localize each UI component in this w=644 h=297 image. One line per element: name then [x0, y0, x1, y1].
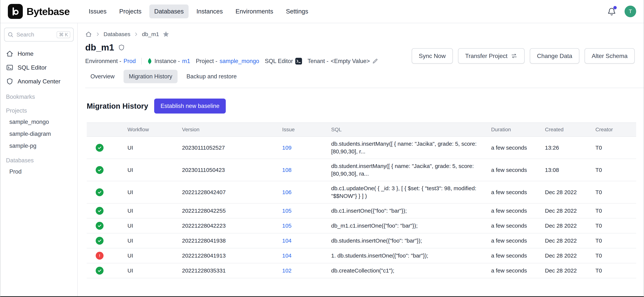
- nav-item-instances[interactable]: Instances: [192, 5, 228, 18]
- tenant-label: Tenant -: [308, 58, 328, 65]
- nav-item-projects[interactable]: Projects: [114, 5, 146, 18]
- brand-name: Bytebase: [26, 6, 70, 17]
- success-check-icon: [96, 237, 104, 245]
- breadcrumb-databases[interactable]: Databases: [104, 31, 130, 37]
- tab-overview[interactable]: Overview: [85, 70, 120, 83]
- change-data-button[interactable]: Change Data: [530, 48, 579, 64]
- migration-row[interactable]: UI20221228041938104db.students.insertOne…: [87, 233, 636, 248]
- nav-item-environments[interactable]: Environments: [230, 5, 278, 18]
- bookmark-star-icon[interactable]: [162, 31, 170, 38]
- home-icon[interactable]: [85, 31, 92, 38]
- sidebar-item-sample-mongo[interactable]: sample_mongo: [0, 116, 77, 128]
- avatar[interactable]: T: [624, 6, 636, 17]
- search-box[interactable]: ⌘ K: [4, 28, 74, 42]
- breadcrumb: Databases db_m1: [78, 23, 644, 39]
- notification-dot: [613, 6, 617, 9]
- migration-row[interactable]: UI20230111052527109db.students.insertMan…: [87, 137, 636, 159]
- version-cell: 20221228041913: [178, 248, 278, 263]
- tab-migration-history[interactable]: Migration History: [124, 70, 178, 83]
- search-input[interactable]: [16, 32, 54, 38]
- col-created: Created: [541, 123, 592, 137]
- duration-cell: a few seconds: [488, 263, 541, 278]
- main-content: Databases db_m1 db_m1: [78, 23, 644, 296]
- establish-baseline-button[interactable]: Establish new baseline: [154, 99, 226, 114]
- sql-cell: db.students.insertOne({"foo": "bar"});: [328, 233, 488, 248]
- sidebar-item-sample-pg[interactable]: sample-pg: [0, 140, 77, 152]
- alter-schema-button[interactable]: Alter Schema: [584, 48, 635, 64]
- shield-icon: [6, 78, 14, 85]
- creator-cell: T0: [592, 248, 636, 263]
- issue-link[interactable]: 104: [282, 237, 292, 244]
- tab-backup-and-restore[interactable]: Backup and restore: [181, 70, 242, 83]
- header-actions: Sync NowTransfer ProjectChange DataAlter…: [412, 48, 635, 64]
- sql-cell: db.createCollection("c1");: [328, 263, 488, 278]
- migration-row[interactable]: UI20221228042255105db.c1.insertOne({"foo…: [87, 203, 636, 218]
- status-cell: [87, 203, 124, 218]
- issue-link[interactable]: 106: [282, 189, 292, 195]
- col-sql: SQL: [328, 123, 488, 137]
- issue-link[interactable]: 109: [282, 145, 292, 151]
- nav-item-issues[interactable]: Issues: [84, 5, 112, 18]
- sidebar-item-prod[interactable]: Prod: [0, 166, 77, 178]
- created-cell: Dec 28 2022: [541, 218, 592, 233]
- pencil-icon[interactable]: [372, 58, 378, 64]
- search-icon: [8, 32, 14, 38]
- col-workflow: Workflow: [124, 123, 178, 137]
- sidebar-item-sample-diagram[interactable]: sample-diagram: [0, 128, 77, 140]
- created-cell: Dec 28 2022: [541, 203, 592, 218]
- version-cell: 20221228041938: [178, 233, 278, 248]
- project-link[interactable]: sample_mongo: [220, 58, 259, 65]
- created-cell: Dec 28 2022: [541, 233, 592, 248]
- migration-table-body: UI20230111052527109db.students.insertMan…: [87, 137, 636, 278]
- project-label: Project -: [196, 58, 217, 65]
- sync-now-button[interactable]: Sync Now: [412, 48, 453, 64]
- version-cell: 20221228042255: [178, 203, 278, 218]
- sidebar-item-home[interactable]: Home: [0, 47, 77, 61]
- migration-table: Workflow Version Issue SQL Duration Crea…: [87, 123, 636, 278]
- issue-cell: 108: [278, 159, 328, 181]
- search-shortcut: ⌘ K: [57, 31, 70, 38]
- nav-item-settings[interactable]: Settings: [281, 5, 313, 18]
- bytebase-logo-icon: [8, 4, 23, 19]
- duration-cell: a few seconds: [488, 137, 541, 159]
- migration-row[interactable]: UI20221228042407106db.c1.updateOne( { _i…: [87, 181, 636, 203]
- sidebar-menu: HomeSQL EditorAnomaly Center: [0, 47, 77, 88]
- success-check-icon: [96, 188, 104, 196]
- bytebase-app: Bytebase IssuesProjectsDatabasesInstance…: [0, 0, 644, 297]
- col-duration: Duration: [488, 123, 541, 137]
- section-title: Migration History: [87, 102, 148, 110]
- nav-item-databases[interactable]: Databases: [149, 5, 188, 18]
- notifications-button[interactable]: [607, 7, 616, 16]
- instance-link[interactable]: m1: [182, 58, 190, 65]
- issue-link[interactable]: 105: [282, 223, 292, 229]
- migration-row[interactable]: UI20230111050423108db.student.insertMany…: [87, 159, 636, 181]
- issue-link[interactable]: 108: [282, 167, 292, 173]
- sql-cell: db.student.insertMany([ { name: "Jacika"…: [328, 159, 488, 181]
- brand[interactable]: Bytebase: [8, 4, 70, 19]
- status-cell: [87, 248, 124, 263]
- database-tabs: OverviewMigration HistoryBackup and rest…: [85, 70, 644, 88]
- issue-link[interactable]: 105: [282, 208, 292, 214]
- environment-link[interactable]: Prod: [124, 58, 136, 65]
- workflow-cell: UI: [124, 181, 178, 203]
- status-cell: [87, 137, 124, 159]
- top-navbar: Bytebase IssuesProjectsDatabasesInstance…: [0, 0, 644, 23]
- sql-editor-button[interactable]: [295, 58, 302, 65]
- transfer-project-button[interactable]: Transfer Project: [458, 48, 524, 64]
- issue-link[interactable]: 104: [282, 252, 292, 259]
- duration-cell: a few seconds: [488, 159, 541, 181]
- top-nav: IssuesProjectsDatabasesInstancesEnvironm…: [84, 5, 313, 18]
- issue-link[interactable]: 102: [282, 267, 292, 274]
- migration-row[interactable]: UI20221228042223105db_m1.c1.insertOne({"…: [87, 218, 636, 233]
- version-cell: 20221228035331: [178, 263, 278, 278]
- version-cell: 20221228042223: [178, 218, 278, 233]
- workflow-cell: UI: [124, 248, 178, 263]
- success-check-icon: [96, 267, 104, 274]
- migration-row[interactable]: UI20221228035331102db.createCollection("…: [87, 263, 636, 278]
- sidebar-item-sql-editor[interactable]: SQL Editor: [0, 61, 77, 74]
- status-cell: [87, 218, 124, 233]
- migration-row[interactable]: UI202212280419131041. db.students.insert…: [87, 248, 636, 263]
- sidebar-item-anomaly-center[interactable]: Anomaly Center: [0, 74, 77, 88]
- chevron-right-icon: [95, 32, 100, 37]
- environment-label: Environment -: [85, 58, 121, 65]
